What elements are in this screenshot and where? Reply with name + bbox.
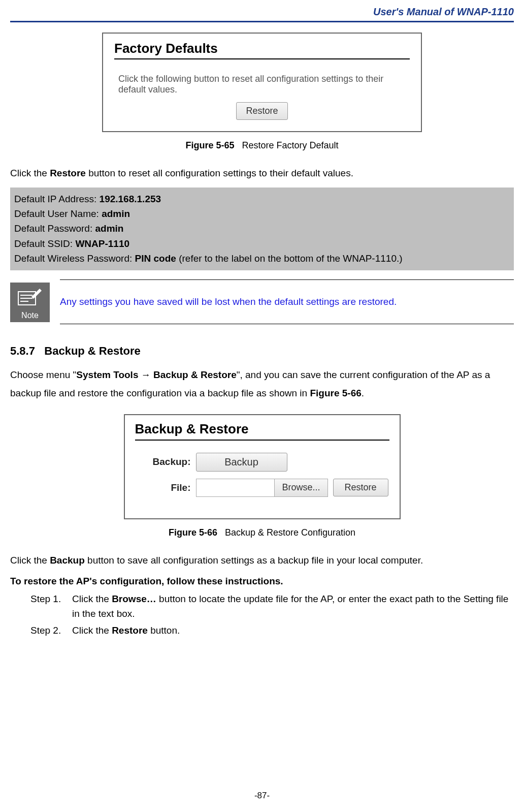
- factory-defaults-rule: [114, 58, 410, 59]
- restore-instruction-post: button to reset all configuration settin…: [86, 168, 353, 178]
- restore-file-button[interactable]: Restore: [333, 479, 388, 496]
- default-user-label: Default User Name:: [14, 208, 102, 219]
- default-pass-label: Default Password:: [14, 223, 95, 234]
- backup-instruction-bold: Backup: [50, 555, 85, 566]
- section-number: 5.8.7: [10, 345, 35, 357]
- step-2-pre: Click the: [72, 625, 112, 636]
- restore-button[interactable]: Restore: [236, 102, 287, 120]
- default-ssid-label: Default SSID:: [14, 238, 75, 249]
- step-1-label: Step 1.: [30, 591, 72, 621]
- browse-button[interactable]: Browse...: [274, 479, 327, 496]
- file-input[interactable]: Browse...: [196, 479, 328, 497]
- default-ip-row: Default IP Address: 192.168.1.253: [14, 192, 510, 206]
- header-rule: [10, 21, 514, 22]
- backup-restore-intro: Choose menu "System Tools → Backup & Res…: [10, 366, 514, 402]
- intro-post: .: [362, 388, 364, 398]
- backup-instruction-pre: Click the: [10, 555, 50, 566]
- factory-defaults-text: Click the following button to reset all …: [114, 74, 410, 95]
- restore-heading: To restore the AP's configuration, follo…: [10, 574, 514, 588]
- default-ssid-value: WNAP-1110: [75, 238, 129, 249]
- backup-restore-panel: Backup & Restore Backup: Backup File: Br…: [124, 414, 401, 519]
- intro-pre: Choose menu ": [10, 369, 76, 380]
- step-2-label: Step 2.: [30, 623, 72, 638]
- step-2: Step 2. Click the Restore button.: [30, 623, 514, 638]
- backup-label: Backup:: [135, 456, 191, 467]
- intro-system-tools: System Tools: [76, 369, 138, 380]
- restore-steps: Step 1. Click the Browse… button to loca…: [30, 591, 514, 638]
- page-number: -87-: [0, 791, 524, 801]
- step-2-post: button.: [148, 625, 180, 636]
- step-1-text: Click the Browse… button to locate the u…: [72, 591, 514, 621]
- figure-5-66-label: Figure 5-66: [169, 527, 217, 538]
- section-title: Backup & Restore: [44, 345, 141, 357]
- figure-5-66-caption: Figure 5-66 Backup & Restore Configurati…: [10, 527, 514, 538]
- step-1-bold: Browse…: [112, 594, 156, 604]
- backup-button[interactable]: Backup: [196, 453, 287, 472]
- file-text-field[interactable]: [196, 479, 275, 496]
- default-wpass-row: Default Wireless Password: PIN code (ref…: [14, 251, 510, 266]
- note-block: Note Any settings you have saved will be…: [10, 279, 514, 325]
- backup-restore-rule: [135, 440, 389, 441]
- note-text: Any settings you have saved will be lost…: [60, 295, 514, 309]
- step-2-text: Click the Restore button.: [72, 623, 180, 638]
- factory-defaults-panel: Factory Defaults Click the following but…: [102, 33, 422, 132]
- section-5-8-7-heading: 5.8.7 Backup & Restore: [10, 345, 514, 358]
- figure-5-65-label: Figure 5-65: [185, 140, 234, 150]
- backup-instruction-post: button to save all configuration setting…: [85, 555, 423, 566]
- default-wpass-value: PIN code: [135, 253, 176, 264]
- default-ssid-row: Default SSID: WNAP-1110: [14, 236, 510, 251]
- defaults-box: Default IP Address: 192.168.1.253 Defaul…: [10, 188, 514, 270]
- figure-5-66-text: Backup & Restore Configuration: [225, 527, 355, 538]
- default-wpass-label: Default Wireless Password:: [14, 253, 135, 264]
- default-pass-row: Default Password: admin: [14, 221, 510, 236]
- default-ip-value: 192.168.1.253: [100, 194, 161, 204]
- backup-restore-title: Backup & Restore: [135, 421, 389, 437]
- step-2-bold: Restore: [112, 625, 148, 636]
- default-user-value: admin: [102, 208, 130, 219]
- step-1-pre: Click the: [72, 594, 112, 604]
- note-icon-label: Note: [21, 311, 39, 320]
- intro-figure-ref: Figure 5-66: [310, 388, 361, 398]
- note-top-rule: [60, 279, 514, 280]
- note-bottom-rule: [60, 324, 514, 324]
- factory-defaults-title: Factory Defaults: [114, 41, 410, 56]
- note-icon: Note: [10, 283, 50, 322]
- step-1: Step 1. Click the Browse… button to loca…: [30, 591, 514, 621]
- restore-instruction: Click the Restore button to reset all co…: [10, 166, 514, 180]
- default-ip-label: Default IP Address:: [14, 194, 100, 204]
- restore-instruction-bold: Restore: [50, 168, 86, 178]
- default-pass-value: admin: [95, 223, 123, 234]
- intro-arrow: →: [138, 369, 153, 380]
- default-user-row: Default User Name: admin: [14, 206, 510, 221]
- file-label: File:: [135, 482, 191, 493]
- restore-instruction-pre: Click the: [10, 168, 50, 178]
- default-wpass-post: (refer to the label on the bottom of the…: [176, 253, 403, 264]
- page-header-title: User's Manual of WNAP-1110: [10, 0, 514, 21]
- figure-5-65-text: Restore Factory Default: [242, 140, 338, 150]
- intro-backup-restore: Backup & Restore: [153, 369, 237, 380]
- backup-instruction: Click the Backup button to save all conf…: [10, 553, 514, 568]
- figure-5-65-caption: Figure 5-65 Restore Factory Default: [10, 140, 514, 151]
